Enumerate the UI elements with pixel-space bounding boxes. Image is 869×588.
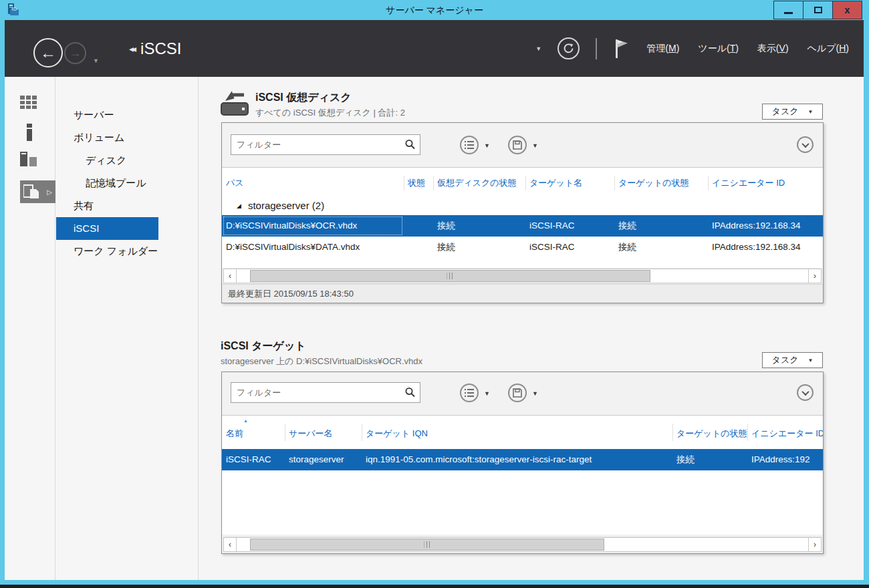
column-header-initiator-id[interactable]: イニシエーター ID	[747, 416, 823, 445]
sidebar-item-iscsi[interactable]: iSCSI	[56, 217, 158, 240]
column-header-disk-status[interactable]: 仮想ディスクの状態	[433, 168, 525, 194]
targets-tasks-button[interactable]: タスク ▼	[762, 352, 823, 368]
list-options-icon	[465, 389, 474, 397]
close-icon: x	[845, 5, 850, 15]
sidebar-item-disks[interactable]: ディスク	[56, 149, 198, 172]
sidebar-item-work-folders[interactable]: ワーク フォルダー	[56, 240, 198, 263]
save-icon	[513, 388, 522, 398]
virtual-disks-filter-input[interactable]	[231, 134, 420, 155]
menu-view[interactable]: 表示(V)	[756, 40, 790, 57]
menu-manage[interactable]: 管理(M)	[645, 40, 680, 57]
notifications-flag-icon[interactable]	[613, 39, 629, 59]
list-options-icon	[465, 141, 474, 149]
targets-panel-title: iSCSI ターゲット	[221, 339, 306, 353]
column-header-initiator-id[interactable]: イニシエーター ID	[708, 168, 823, 194]
virtual-disks-panel: ▼ ▼ パス 状態 仮想ディスクの状態 ターゲット名 ターゲットの状態 イニシエ…	[221, 122, 824, 303]
targets-header-row: ▲ 名前 サーバー名 ターゲット IQN ターゲットの状態 イニシエーター ID	[222, 416, 823, 445]
targets-panel-subtitle: storageserver 上の D:¥iSCSIVirtualDisks¥OC…	[221, 355, 422, 368]
virtual-disks-header-row: パス 状態 仮想ディスクの状態 ターゲット名 ターゲットの状態 イニシエーター …	[222, 168, 823, 194]
scroll-right-arrow[interactable]: ›	[808, 537, 822, 552]
close-button[interactable]: x	[832, 1, 862, 19]
filter-options-button[interactable]	[460, 384, 479, 402]
file-storage-icon	[23, 184, 41, 200]
chevron-down-icon	[801, 140, 809, 147]
save-query-button[interactable]	[508, 384, 527, 402]
scrollbar-track[interactable]	[237, 537, 808, 552]
targets-toolbar: ▼ ▼	[222, 372, 823, 415]
forward-button[interactable]: →	[64, 42, 86, 64]
sidebar-item-shares[interactable]: 共有	[56, 194, 198, 217]
sidebar-item-volumes[interactable]: ボリューム	[56, 126, 198, 149]
virtual-disks-panel-title: iSCSI 仮想ディスク	[255, 91, 352, 105]
title-bar: サーバー マネージャー x	[0, 0, 869, 20]
breadcrumb: ◂◂ iSCSI	[129, 20, 181, 77]
table-row[interactable]: D:¥iSCSIVirtualDisks¥OCR.vhdx 接続 iSCSI-R…	[222, 215, 823, 237]
breadcrumb-page-title: iSCSI	[140, 39, 181, 58]
dashboard-icon[interactable]	[20, 96, 37, 110]
maximize-icon	[814, 7, 822, 13]
column-header-server-name[interactable]: サーバー名	[285, 416, 362, 445]
scrollbar-thumb[interactable]	[250, 270, 650, 282]
iscsi-virtual-disk-icon	[220, 90, 249, 118]
filter-options-button[interactable]	[460, 136, 479, 154]
targets-filter-input[interactable]	[231, 382, 420, 403]
filter-options-caret[interactable]: ▼	[484, 142, 490, 149]
table-row[interactable]: D:¥iSCSIVirtualDisks¥DATA.vhdx 接続 iSCSI-…	[222, 237, 823, 258]
column-header-status[interactable]: 状態	[404, 168, 433, 194]
server-group-row[interactable]: ◢storageserver (2)	[222, 194, 823, 215]
column-header-path[interactable]: パス	[222, 168, 404, 194]
search-icon[interactable]	[404, 139, 416, 150]
save-query-caret[interactable]: ▼	[532, 390, 538, 397]
forward-arrow-icon: →	[70, 46, 82, 60]
column-header-target-name[interactable]: ターゲット名	[525, 168, 614, 194]
back-arrow-icon: ←	[40, 43, 56, 62]
history-dropdown-caret[interactable]: ▼	[93, 57, 99, 64]
column-header-target-iqn[interactable]: ターゲット IQN	[362, 416, 672, 445]
all-servers-icon[interactable]	[20, 152, 37, 168]
virtual-disks-table: パス 状態 仮想ディスクの状態 ターゲット名 ターゲットの状態 イニシエーター …	[222, 167, 823, 268]
refresh-button[interactable]	[557, 37, 580, 59]
menu-tools[interactable]: ツール(T)	[697, 40, 740, 57]
module-icon-rail: ▷	[5, 77, 55, 580]
scroll-left-arrow[interactable]: ‹	[223, 269, 237, 283]
local-server-icon[interactable]	[25, 124, 33, 141]
refresh-dropdown-caret[interactable]: ▼	[535, 45, 541, 52]
menu-help[interactable]: ヘルプ(H)	[806, 40, 850, 57]
toolbar-separator	[596, 38, 597, 59]
tasks-caret-icon: ▼	[808, 109, 814, 115]
collapse-panel-button[interactable]	[797, 384, 814, 401]
minimize-icon	[784, 12, 793, 14]
scrollbar-track[interactable]	[237, 269, 808, 283]
sidebar-item-servers[interactable]: サーバー	[56, 104, 198, 126]
file-and-storage-services-icon[interactable]: ▷	[20, 180, 55, 203]
chevron-down-icon	[801, 388, 809, 395]
column-header-name[interactable]: 名前	[222, 416, 285, 445]
save-query-button[interactable]	[508, 136, 527, 154]
sidebar-item-storage-pools[interactable]: 記憶域プール	[56, 172, 198, 194]
virtual-disks-hscrollbar[interactable]: ‹ ›	[223, 268, 822, 283]
virtual-disks-tasks-button[interactable]: タスク ▼	[762, 104, 823, 120]
search-icon[interactable]	[404, 387, 416, 398]
targets-hscrollbar[interactable]: ‹ ›	[223, 537, 822, 552]
collapse-panel-button[interactable]	[797, 136, 814, 153]
column-header-target-status[interactable]: ターゲットの状態	[614, 168, 708, 194]
save-query-caret[interactable]: ▼	[532, 142, 538, 149]
window-title: サーバー マネージャー	[0, 0, 869, 20]
minimize-button[interactable]	[773, 1, 803, 19]
table-row[interactable]: iSCSI-RAC storageserver iqn.1991-05.com.…	[222, 449, 823, 470]
column-header-target-status[interactable]: ターゲットの状態	[672, 416, 747, 445]
virtual-disks-toolbar: ▼ ▼	[222, 123, 823, 167]
scroll-right-arrow[interactable]: ›	[808, 269, 822, 283]
back-button[interactable]: ←	[33, 38, 63, 67]
virtual-disks-panel-subtitle: すべての iSCSI 仮想ディスク | 合計: 2	[255, 107, 405, 119]
window-border-left	[0, 20, 5, 585]
window-edge-shadow	[0, 585, 869, 588]
targets-panel: ▼ ▼ ▲ 名前 サーバー名 ターゲット IQN ターゲットの状態 イニシエータ…	[221, 372, 824, 554]
rail-expander-icon[interactable]: ▷	[47, 188, 52, 196]
scrollbar-thumb[interactable]	[250, 539, 604, 551]
breadcrumb-chevrons-icon: ◂◂	[129, 43, 134, 54]
scroll-left-arrow[interactable]: ‹	[223, 537, 237, 552]
maximize-button[interactable]	[803, 1, 833, 19]
filter-options-caret[interactable]: ▼	[484, 390, 490, 397]
group-expander-icon[interactable]: ◢	[237, 202, 241, 209]
